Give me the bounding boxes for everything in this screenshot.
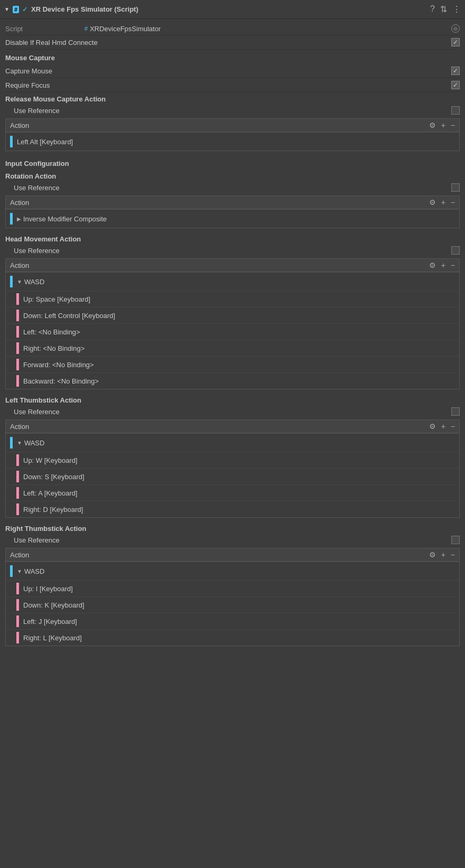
right-thumb-down-pink-bar bbox=[16, 599, 19, 611]
capture-mouse-checkbox[interactable] bbox=[451, 67, 460, 75]
right-thumb-wasd-row: ▼ WASD bbox=[6, 562, 459, 580]
release-action-item-text: Left Alt [Keyboard] bbox=[17, 138, 73, 146]
right-thumb-use-reference-checkbox[interactable] bbox=[451, 536, 460, 544]
more-options-icon[interactable]: ⋮ bbox=[452, 4, 461, 14]
disable-if-hmd-row: Disable If Real Hmd Connecte bbox=[5, 35, 460, 50]
release-action-icons: ⚙ + − bbox=[429, 121, 455, 129]
left-thumb-action-block: Action ⚙ + − ▼ WASD Up: W [Keyboard] bbox=[5, 419, 460, 518]
right-thumb-action-icons: ⚙ + − bbox=[429, 550, 455, 559]
release-use-reference-checkbox[interactable] bbox=[451, 106, 460, 115]
release-mouse-capture-title: Release Mouse Capture Action bbox=[5, 92, 460, 105]
collapse-arrow-icon[interactable]: ▼ bbox=[4, 6, 10, 12]
head-action-block: Action ⚙ + − ▼ WASD Up: Space [Keyboard] bbox=[5, 258, 460, 389]
right-thumb-action-block: Action ⚙ + − ▼ WASD Up: I [Keyboard] bbox=[5, 548, 460, 646]
input-config-section-title: Input Configuration bbox=[5, 155, 460, 170]
head-plus-icon[interactable]: + bbox=[441, 261, 445, 269]
head-wasd-left: Left: <No Binding> bbox=[6, 323, 459, 340]
head-movement-title: Head Movement Action bbox=[5, 232, 460, 245]
left-thumb-right: Right: D [Keyboard] bbox=[6, 501, 459, 517]
head-use-reference-label: Use Reference bbox=[14, 247, 451, 255]
component-title: XR Device Fps Simulator (Script) bbox=[31, 5, 427, 13]
rotation-action-label: Action bbox=[10, 199, 429, 207]
rotation-action-title: Rotation Action bbox=[5, 170, 460, 182]
left-thumb-up: Up: W [Keyboard] bbox=[6, 452, 459, 468]
script-field-label: Script bbox=[5, 25, 84, 33]
left-thumb-wasd-row: ▼ WASD bbox=[6, 433, 459, 452]
help-icon[interactable]: ? bbox=[430, 4, 435, 14]
script-hash-icon: # bbox=[84, 25, 88, 32]
left-thumb-action-header: Action ⚙ + − bbox=[6, 420, 459, 433]
right-thumb-right: Right: L [Keyboard] bbox=[6, 629, 459, 646]
left-thumb-left-text: Left: A [Keyboard] bbox=[23, 489, 78, 497]
inspector-panel: ▼ # ✓ XR Device Fps Simulator (Script) ?… bbox=[0, 0, 465, 654]
head-down-pink-bar bbox=[16, 310, 19, 321]
left-thumb-cyan-bar bbox=[10, 437, 13, 449]
head-wasd-down: Down: Left Control [Keyboard] bbox=[6, 307, 459, 323]
release-action-label: Action bbox=[10, 122, 429, 129]
script-field-value: # XRDeviceFpsSimulator bbox=[84, 25, 451, 33]
rotation-action-icons: ⚙ + − bbox=[429, 198, 455, 207]
rotation-gear-icon[interactable]: ⚙ bbox=[429, 198, 436, 207]
left-thumb-wasd-label: WASD bbox=[24, 439, 45, 447]
right-thumb-wasd-label: WASD bbox=[24, 567, 45, 575]
head-wasd-items: Up: Space [Keyboard] Down: Left Control … bbox=[6, 291, 459, 389]
head-wasd-right: Right: <No Binding> bbox=[6, 340, 459, 356]
head-right-text: Right: <No Binding> bbox=[23, 344, 84, 352]
disable-if-hmd-checkbox[interactable] bbox=[451, 38, 460, 46]
rotation-minus-icon[interactable]: − bbox=[451, 198, 455, 207]
head-up-text: Up: Space [Keyboard] bbox=[23, 295, 90, 303]
left-thumb-use-reference-checkbox[interactable] bbox=[451, 407, 460, 416]
right-thumb-left-text: Left: J [Keyboard] bbox=[23, 618, 77, 626]
head-wasd-expand-icon[interactable]: ▼ bbox=[17, 279, 22, 285]
require-focus-checkbox[interactable] bbox=[451, 81, 460, 89]
capture-mouse-row: Capture Mouse bbox=[5, 64, 460, 78]
head-minus-icon[interactable]: − bbox=[451, 261, 455, 269]
rotation-action-item-text: Inverse Modifier Composite bbox=[23, 215, 107, 223]
left-thumb-up-pink-bar bbox=[16, 454, 19, 466]
left-thumb-down: Down: S [Keyboard] bbox=[6, 468, 459, 484]
release-minus-icon[interactable]: − bbox=[451, 121, 455, 129]
head-forward-pink-bar bbox=[16, 359, 19, 370]
right-thumb-up-pink-bar bbox=[16, 583, 19, 594]
inspector-content: Script # XRDeviceFpsSimulator ◎ Disable … bbox=[0, 19, 465, 654]
left-thumb-expand-icon[interactable]: ▼ bbox=[17, 440, 22, 446]
head-wasd-up: Up: Space [Keyboard] bbox=[6, 291, 459, 307]
head-action-icons: ⚙ + − bbox=[429, 261, 455, 269]
script-picker-button[interactable]: ◎ bbox=[451, 24, 460, 33]
left-thumb-left: Left: A [Keyboard] bbox=[6, 484, 459, 501]
right-thumb-expand-icon[interactable]: ▼ bbox=[17, 568, 22, 574]
release-plus-icon[interactable]: + bbox=[441, 121, 445, 129]
right-thumb-up: Up: I [Keyboard] bbox=[6, 580, 459, 596]
right-thumb-minus-icon[interactable]: − bbox=[451, 550, 455, 559]
release-gear-icon[interactable]: ⚙ bbox=[429, 121, 436, 129]
head-gear-icon[interactable]: ⚙ bbox=[429, 261, 436, 269]
head-use-reference-checkbox[interactable] bbox=[451, 246, 460, 255]
right-thumb-gear-icon[interactable]: ⚙ bbox=[429, 550, 436, 559]
head-action-label: Action bbox=[10, 262, 429, 269]
right-thumb-use-reference-label: Use Reference bbox=[14, 536, 451, 544]
release-use-reference-row: Use Reference bbox=[5, 105, 460, 116]
enabled-checkbox[interactable]: ✓ bbox=[22, 5, 28, 13]
rotation-use-reference-row: Use Reference bbox=[5, 182, 460, 193]
head-wasd-forward: Forward: <No Binding> bbox=[6, 356, 459, 372]
left-thumbstick-title: Left Thumbstick Action bbox=[5, 394, 460, 406]
head-down-text: Down: Left Control [Keyboard] bbox=[23, 312, 115, 320]
require-focus-row: Require Focus bbox=[5, 78, 460, 92]
head-up-pink-bar bbox=[16, 293, 19, 305]
settings-icon[interactable]: ⇅ bbox=[440, 4, 447, 14]
left-thumb-down-pink-bar bbox=[16, 471, 19, 482]
right-thumb-action-label: Action bbox=[10, 551, 429, 559]
left-thumb-up-text: Up: W [Keyboard] bbox=[23, 456, 78, 464]
rotation-plus-icon[interactable]: + bbox=[441, 198, 445, 207]
left-thumb-gear-icon[interactable]: ⚙ bbox=[429, 422, 436, 431]
right-thumb-plus-icon[interactable]: + bbox=[441, 550, 445, 559]
left-thumb-plus-icon[interactable]: + bbox=[441, 422, 445, 431]
rotation-collapse-icon[interactable]: ▶ bbox=[17, 216, 21, 222]
head-right-pink-bar bbox=[16, 342, 19, 354]
right-thumb-action-header: Action ⚙ + − bbox=[6, 548, 459, 562]
left-thumb-down-text: Down: S [Keyboard] bbox=[23, 473, 84, 481]
head-wasd-label: WASD bbox=[24, 278, 45, 286]
rotation-use-reference-checkbox[interactable] bbox=[451, 183, 460, 192]
left-thumb-minus-icon[interactable]: − bbox=[451, 422, 455, 431]
rotation-cyan-bar bbox=[10, 213, 13, 225]
